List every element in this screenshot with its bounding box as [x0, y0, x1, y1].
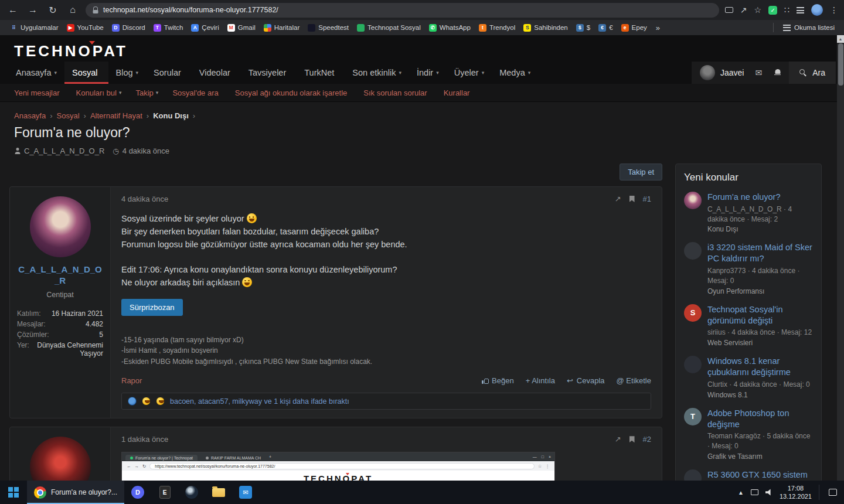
like-button[interactable]: Beğen	[482, 376, 514, 385]
bookmark-item[interactable]: ✆ WhatsApp	[425, 23, 475, 33]
sidebar-topic[interactable]: R5 3600 GTX 1650 sistem önerisi	[684, 469, 813, 481]
forward-icon[interactable]: →	[26, 3, 40, 17]
bookmark-item[interactable]: € €	[594, 23, 617, 33]
bookmark-item[interactable]: A Çeviri	[187, 23, 223, 33]
topic-category[interactable]: Web Servisleri	[707, 339, 813, 347]
subnav-item[interactable]: Sosyal'de ara	[172, 88, 220, 97]
nav-item[interactable]: TurkNet	[297, 62, 345, 84]
nav-item[interactable]: Son etkinlik ▾	[345, 62, 409, 84]
subnav-item[interactable]: Yeni mesajlar	[14, 88, 62, 97]
bookmark-star-icon[interactable]: ☆	[754, 5, 762, 15]
file-explorer-taskbar-button[interactable]	[205, 481, 232, 504]
steam-taskbar-button[interactable]	[178, 481, 205, 504]
bookmark-item[interactable]: T Twitch	[149, 23, 188, 33]
tag-button[interactable]: @ Etiketle	[617, 376, 651, 385]
back-icon[interactable]: ←	[6, 3, 20, 17]
address-bar[interactable]: technopat.net/sosyal/konu/foruma-ne-oluy…	[86, 3, 719, 18]
topic-title[interactable]: Forum'a ne oluyor?	[707, 192, 813, 203]
start-button[interactable]	[0, 481, 27, 504]
epic-games-taskbar-button[interactable]: E	[151, 481, 178, 504]
volume-icon[interactable]	[765, 489, 772, 496]
topic-category[interactable]: Oyun Performansı	[707, 287, 813, 295]
sidebar-topic[interactable]: T Adobe Photoshop ton değişme Teoman Kar…	[684, 408, 813, 461]
report-link[interactable]: Rapor	[121, 376, 142, 385]
reading-list-icon[interactable]	[797, 7, 804, 13]
follow-button[interactable]: Takip et	[620, 164, 662, 181]
post-time[interactable]: 1 dakika önce	[121, 435, 168, 444]
chrome-taskbar-button[interactable]: Forum'a ne oluyor?...	[27, 481, 124, 504]
topic-title[interactable]: Windows 8.1 kenar çubuklarını değiştirme	[707, 356, 813, 378]
reading-list-button[interactable]: Okuma listesi	[780, 23, 838, 32]
bookmark-item[interactable]: ▶ YouTube	[63, 23, 108, 33]
sidebar-topic[interactable]: Windows 8.1 kenar çubuklarını değiştirme…	[684, 356, 813, 399]
reload-icon[interactable]: ↻	[46, 3, 60, 17]
home-icon[interactable]: ⌂	[66, 3, 80, 17]
spoiler-button[interactable]: Sürprizbozan	[121, 299, 183, 316]
nav-item[interactable]: İndir ▾	[409, 62, 447, 84]
breadcrumb-link[interactable]: Alternatif Hayat	[90, 111, 142, 120]
account-button[interactable]: Jaavei ✉	[692, 62, 789, 84]
share-icon[interactable]: ↗	[740, 5, 747, 15]
sidebar-topic[interactable]: i3 3220 sistem Maid of Sker PC kaldırır …	[684, 242, 813, 295]
reactions-text[interactable]: bacoen, atacan57, milkyway ve 1 kişi dah…	[170, 397, 349, 406]
network-icon[interactable]	[751, 489, 758, 495]
action-center-icon[interactable]	[829, 489, 837, 496]
share-icon[interactable]: ↗	[615, 435, 621, 444]
cast-icon[interactable]	[725, 7, 733, 13]
tray-expand-icon[interactable]: ▲	[738, 489, 744, 496]
attached-screenshot-image[interactable]: Forum'a ne oluyor? | Technopat RAKIP FAR…	[121, 452, 555, 481]
topic-category[interactable]: Windows 8.1	[707, 391, 813, 399]
clock[interactable]: 17:08 13.12.2021	[780, 484, 812, 501]
quote-button[interactable]: + Alıntıla	[526, 376, 555, 385]
bookmark-item[interactable]: M Gmail	[223, 23, 260, 33]
topic-category[interactable]: Grafik ve Tasarım	[707, 452, 813, 461]
nav-item[interactable]: Sosyal	[64, 62, 108, 84]
extensions-icon[interactable]: ∷	[784, 5, 789, 15]
breadcrumb-current[interactable]: Konu Dışı	[153, 111, 189, 120]
nav-item[interactable]: Medya ▾	[492, 62, 538, 84]
bookmark-item[interactable]: $ $	[572, 23, 594, 33]
subnav-item[interactable]: Sosyal ağı okundu olarak işaretle	[235, 88, 350, 97]
share-icon[interactable]: ↗	[615, 195, 621, 203]
mail-taskbar-button[interactable]: ✉	[232, 481, 259, 504]
avatar[interactable]	[30, 196, 91, 257]
alerts-bell-icon[interactable]	[774, 69, 781, 76]
bookmark-item[interactable]: D Discord	[108, 23, 149, 33]
breadcrumb-link[interactable]: Sosyal	[57, 111, 80, 120]
inbox-mail-icon[interactable]: ✉	[755, 68, 762, 77]
adblock-shield-icon[interactable]: ✓	[768, 6, 777, 15]
browser-profile-avatar[interactable]	[811, 4, 823, 16]
bookmark-item[interactable]: Speedtest	[304, 23, 353, 33]
topic-category[interactable]: Konu Dışı	[707, 225, 813, 233]
reply-button[interactable]: ↩ Cevapla	[567, 376, 605, 385]
subnav-item[interactable]: Takip ▾	[135, 88, 158, 97]
search-button[interactable]: Ara	[789, 62, 836, 84]
nav-item[interactable]: Videolar	[192, 62, 241, 84]
discord-taskbar-button[interactable]: D	[124, 481, 151, 504]
bookmarks-overflow-chevron[interactable]: »	[651, 23, 665, 32]
topic-title[interactable]: R5 3600 GTX 1650 sistem önerisi	[707, 469, 813, 481]
bookmark-item[interactable]: Haritalar	[260, 23, 304, 33]
post-time[interactable]: 4 dakika önce	[121, 195, 168, 203]
scrollbar-thumb[interactable]	[838, 43, 843, 86]
nav-item[interactable]: Blog ▾	[108, 62, 147, 84]
subnav-item[interactable]: Kurallar	[444, 88, 472, 97]
nav-item[interactable]: Tavsiyeler	[241, 62, 297, 84]
sidebar-topic[interactable]: Forum'a ne oluyor? C_A_L_L_A_N_D_O_R · 4…	[684, 192, 813, 233]
bookmark-item[interactable]: S Sahibinden	[519, 23, 572, 33]
bookmark-icon[interactable]	[629, 436, 635, 442]
post-author[interactable]: C_A_L_L_A_N_D_O_R	[17, 264, 103, 287]
post-number[interactable]: #1	[643, 195, 651, 203]
sidebar-topic[interactable]: S Technopat Sosyal'in görünümü değişti s…	[684, 304, 813, 347]
topic-title[interactable]: Technopat Sosyal'in görünümü değişti	[707, 304, 813, 326]
subnav-item[interactable]: Konuları bul ▾	[76, 88, 122, 97]
bookmark-icon[interactable]	[629, 196, 635, 202]
topic-title[interactable]: i3 3220 sistem Maid of Sker PC kaldırır …	[707, 242, 813, 264]
site-logo[interactable]: TECHNOPAT	[14, 42, 128, 60]
scroll-up-arrow[interactable]: ▲	[837, 35, 844, 43]
thread-author[interactable]: C_A_L_L_A_N_D_O_R	[24, 147, 104, 155]
bookmark-item[interactable]: t Trendyol	[475, 23, 519, 33]
bookmark-item[interactable]: Technopat Sosyal	[353, 23, 425, 33]
browser-menu-icon[interactable]: ⋮	[830, 5, 838, 15]
avatar[interactable]	[30, 437, 91, 481]
